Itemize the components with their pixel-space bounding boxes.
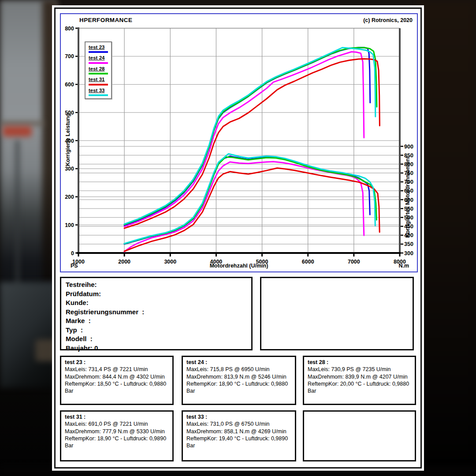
tick-label-power: 100 bbox=[65, 222, 74, 228]
vehicle-info-line: Registrierungsnummer : bbox=[66, 308, 247, 317]
tick-label-torque: 900 bbox=[404, 144, 413, 150]
legend-label: test 33 bbox=[89, 87, 108, 93]
vehicle-info-line: Testreihe: bbox=[66, 280, 247, 290]
tick-label-power: 800 bbox=[65, 26, 74, 32]
vehicle-info-line: Typ : bbox=[66, 326, 247, 335]
test-result-box-test24: test 24 :MaxLeis: 715,8 PS @ 6950 U/minM… bbox=[182, 356, 296, 405]
tick-label-power: 700 bbox=[65, 53, 74, 60]
background-pole bbox=[16, 140, 19, 299]
legend-item-test-31: test 31 bbox=[89, 76, 108, 85]
curve-torque-test-33 bbox=[124, 154, 375, 244]
background-shelf bbox=[0, 122, 44, 125]
test-box-line: MaxDrehmom: 813,9 N.m @ 5246 U/min bbox=[186, 373, 291, 380]
empty-info-box bbox=[260, 277, 414, 350]
curve-power-test-24 bbox=[124, 52, 364, 227]
vehicle-info-box: Testreihe:Prüfdatum:Kunde:Registrierungs… bbox=[60, 277, 253, 350]
chart-copyright: (c) Rotronics, 2020 bbox=[363, 17, 413, 23]
test-box-line: MaxDrehmom: 839,9 N.m @ 4207 U/min bbox=[308, 373, 411, 380]
test-box-line: MaxLeis: 731,4 PS @ 7221 U/min bbox=[65, 366, 169, 373]
vehicle-info-line: Baujahr: 0 bbox=[66, 344, 247, 353]
vehicle-info-line: Kunde: bbox=[66, 298, 247, 308]
vehicle-info-line: Prüfdatum: bbox=[66, 290, 247, 299]
background-bench bbox=[0, 282, 57, 388]
test-box-line: MaxLeis: 730,9 PS @ 7235 U/min bbox=[308, 366, 411, 373]
curve-power-test-28 bbox=[124, 48, 377, 225]
vehicle-info-line: Modell : bbox=[66, 335, 247, 344]
tick-label-power: 600 bbox=[65, 82, 74, 88]
legend-color-bar bbox=[89, 62, 108, 64]
tick-label-power: 200 bbox=[65, 194, 74, 200]
legend-label: test 23 bbox=[89, 44, 108, 50]
legend-item-test-24: test 24 bbox=[89, 55, 108, 63]
legend-label: test 31 bbox=[89, 76, 108, 82]
curve-power-test-33 bbox=[124, 48, 376, 224]
test-result-box-test28: test 28 :MaxLeis: 730,9 PS @ 7235 U/minM… bbox=[303, 356, 416, 405]
x-unit-ps: PS bbox=[71, 263, 78, 269]
test-box-line: MaxDrehmom: 858,1 N.m @ 4269 U/min bbox=[186, 428, 291, 435]
chart-plot: 0100200300400500600700800300350400450500… bbox=[61, 14, 417, 271]
test-result-box-test33: test 33 :MaxLeis: 731,0 PS @ 6750 U/minM… bbox=[182, 410, 296, 461]
tick-label-rpm: 2000 bbox=[118, 259, 130, 265]
legend-item-test-23: test 23 bbox=[89, 44, 108, 53]
legend-color-bar bbox=[89, 84, 108, 86]
x-axis-label: Motordrehzahl (U/min) bbox=[173, 263, 305, 269]
report-panel: 0100200300400500600700800300350400450500… bbox=[52, 5, 424, 471]
test-box-line: MaxLeis: 715,8 PS @ 6950 U/min bbox=[186, 366, 291, 373]
vehicle-info-line: Marke : bbox=[66, 316, 247, 326]
curve-power-test-23 bbox=[124, 48, 370, 226]
test-result-box-test31: test 31 :MaxLeis: 691,0 PS @ 7221 U/minM… bbox=[60, 410, 174, 461]
test-result-box-test23: test 23 :MaxLeis: 731,4 PS @ 7221 U/minM… bbox=[60, 356, 174, 405]
chart-title: HPERFORMANCE bbox=[79, 17, 132, 23]
legend-color-bar bbox=[89, 94, 108, 96]
tick-label-torque: 300 bbox=[404, 250, 413, 257]
test-box-line: ReftempKor: 19,40 °C - Luftdruck: 0,9890… bbox=[186, 435, 291, 450]
test-box-line: MaxDrehmom: 777,9 N.m @ 5330 U/min bbox=[65, 428, 169, 435]
curve-torque-test-24 bbox=[124, 162, 364, 252]
y-axis-label-torque: Korrigiertes Motordrehmoment bbox=[405, 151, 411, 243]
curve-torque-test-28 bbox=[124, 157, 376, 244]
test-result-box-empty bbox=[303, 410, 416, 461]
curve-torque-test-31 bbox=[124, 168, 379, 251]
background-red-object bbox=[3, 126, 32, 137]
test-box-line: MaxDrehmom: 844,4 N.m @ 4302 U/min bbox=[65, 373, 169, 380]
chart-legend: test 23test 24test 28test 31test 33 bbox=[85, 41, 112, 99]
legend-label: test 28 bbox=[89, 66, 108, 72]
background-right-shadow bbox=[419, 0, 476, 476]
report-frame: 0100200300400500600700800300350400450500… bbox=[54, 7, 422, 469]
test-box-title: test 31 : bbox=[65, 413, 169, 420]
test-box-line: ReftempKor: 18,90 °C - Luftdruck: 0,9890… bbox=[65, 435, 169, 450]
test-box-line: ReftempKor: 20,00 °C - Luftdruck: 0,9880… bbox=[308, 380, 411, 395]
test-box-title: test 23 : bbox=[65, 359, 169, 366]
legend-color-bar bbox=[89, 51, 108, 53]
legend-item-test-33: test 33 bbox=[89, 87, 108, 96]
test-box-title: test 28 : bbox=[308, 359, 411, 366]
tick-label-power: 0 bbox=[71, 250, 74, 257]
test-box-line: ReftempKor: 18,50 °C - Luftdruck: 0,9880… bbox=[65, 380, 169, 395]
test-box-line: MaxLeis: 691,0 PS @ 7221 U/min bbox=[65, 420, 169, 428]
test-box-line: ReftempKor: 18,90 °C - Luftdruck: 0,9880… bbox=[186, 380, 291, 395]
curve-torque-test-23 bbox=[124, 156, 370, 244]
test-box-title: test 33 : bbox=[186, 413, 291, 420]
tick-label-rpm: 7000 bbox=[348, 259, 360, 265]
x-unit-nm: N.m bbox=[383, 263, 409, 269]
legend-color-bar bbox=[89, 73, 108, 74]
legend-label: test 24 bbox=[89, 55, 108, 61]
y-axis-label-power: Korrigierte Leistung bbox=[65, 104, 71, 175]
dyno-chart: 0100200300400500600700800300350400450500… bbox=[60, 13, 418, 272]
test-box-title: test 24 : bbox=[186, 359, 291, 366]
legend-item-test-28: test 28 bbox=[89, 66, 108, 74]
test-box-line: MaxLeis: 731,0 PS @ 6750 U/min bbox=[186, 420, 291, 428]
screenshot-root: 0100200300400500600700800300350400450500… bbox=[0, 0, 476, 476]
